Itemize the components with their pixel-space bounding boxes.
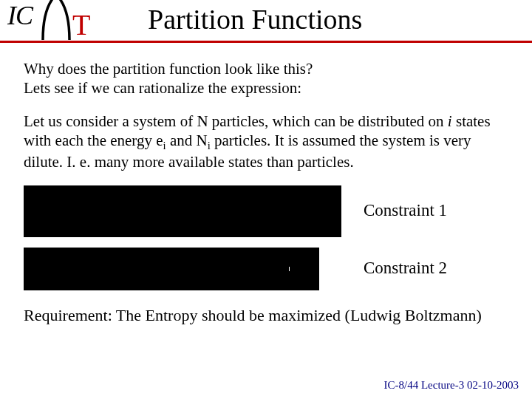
slide-header: IC T Partition Functions <box>0 0 532 43</box>
equation-box-2 <box>24 248 319 290</box>
intro-line-1: Why does the partition function look lik… <box>24 60 313 78</box>
slide-content: Why does the partition function look lik… <box>0 43 532 325</box>
slide-title: Partition Functions <box>148 3 362 35</box>
logo-ic-text: IC <box>7 0 33 31</box>
constraint-1-label: Constraint 1 <box>364 200 447 222</box>
constraint-2-row: Constraint 2 <box>24 248 511 290</box>
slide-footer: IC-8/44 Lecture-3 02-10-2003 <box>384 379 519 392</box>
intro-line-2: Lets see if we can rationalize the expre… <box>24 79 301 97</box>
intro-paragraph: Why does the partition function look lik… <box>24 59 511 98</box>
constraint-1-row: Constraint 1 <box>24 185 511 237</box>
system-paragraph: Let us consider a system of N particles,… <box>24 112 511 172</box>
p2-part1: Let us consider a system of N particles,… <box>24 112 448 130</box>
equation-box-1 <box>24 185 341 237</box>
constraint-2-label: Constraint 2 <box>364 258 447 279</box>
logo: IC T <box>7 0 89 40</box>
p2-part3: and N <box>166 132 208 149</box>
requirement-text: Requirement: The Entropy should be maxim… <box>24 305 511 326</box>
logo-t-text: T <box>72 7 90 42</box>
